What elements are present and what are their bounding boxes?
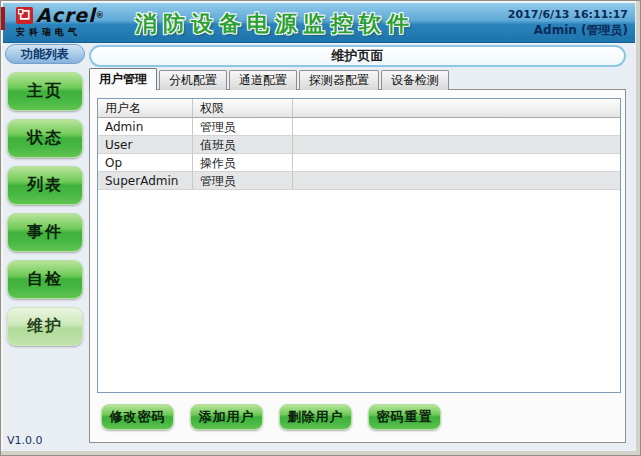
tab-user-management[interactable]: 用户管理 — [89, 68, 157, 90]
cell-role: 值班员 — [193, 136, 293, 153]
tab-channel-config[interactable]: 通道配置 — [229, 70, 297, 90]
registered-mark: ® — [96, 11, 105, 20]
header-info: 2017/6/13 16:11:17 Admin (管理员) — [508, 7, 628, 38]
brand-subtitle: 安科瑞电气 — [16, 26, 105, 39]
reset-password-button[interactable]: 密码重置 — [368, 404, 441, 430]
cell-role: 操作员 — [193, 154, 293, 171]
column-header-empty — [293, 99, 620, 117]
sidebar: 功能列表 主页 状态 列表 事件 自检 维护 V1.0.0 — [3, 43, 87, 450]
sidebar-item-selfcheck[interactable]: 自检 — [7, 260, 83, 299]
sidebar-item-status[interactable]: 状态 — [7, 119, 83, 158]
tab-extension-config[interactable]: 分机配置 — [159, 70, 227, 90]
tab-device-check[interactable]: 设备检测 — [381, 70, 449, 90]
delete-user-button[interactable]: 删除用户 — [279, 404, 352, 430]
app-title: 消防设备电源监控软件 — [135, 9, 415, 39]
cell-username: Op — [98, 154, 193, 171]
tab-bar: 用户管理 分机配置 通道配置 探测器配置 设备检测 — [89, 68, 451, 90]
cell-empty — [293, 172, 620, 189]
cell-username: SuperAdmin — [98, 172, 193, 189]
tab-detector-config[interactable]: 探测器配置 — [299, 70, 379, 90]
cell-username: Admin — [98, 118, 193, 135]
table-row[interactable]: Admin 管理员 — [98, 118, 620, 136]
change-password-button[interactable]: 修改密码 — [101, 404, 174, 430]
acrel-logo: Acrel® 安科瑞电气 — [16, 7, 105, 39]
cell-empty — [293, 136, 620, 153]
acrel-logo-icon — [16, 7, 33, 24]
sidebar-item-home[interactable]: 主页 — [7, 72, 83, 111]
datetime-label: 2017/6/13 16:11:17 — [508, 7, 628, 22]
sidebar-header: 功能列表 — [5, 44, 85, 64]
app-window: Acrel® 安科瑞电气 消防设备电源监控软件 2017/6/13 16:11:… — [0, 0, 641, 456]
add-user-button[interactable]: 添加用户 — [190, 404, 263, 430]
cell-empty — [293, 154, 620, 171]
cell-username: User — [98, 136, 193, 153]
main-area: 维护页面 用户管理 分机配置 通道配置 探测器配置 设备检测 用户名 权限 Ad… — [87, 43, 628, 448]
sidebar-item-events[interactable]: 事件 — [7, 213, 83, 252]
app-header: Acrel® 安科瑞电气 消防设备电源监控软件 2017/6/13 16:11:… — [3, 3, 635, 43]
user-table: 用户名 权限 Admin 管理员 User 值班员 Op 操作员 — [97, 98, 621, 393]
sidebar-item-maintenance[interactable]: 维护 — [7, 307, 83, 346]
header-accent-stripe — [1, 7, 5, 30]
cell-role: 管理员 — [193, 118, 293, 135]
column-header-role[interactable]: 权限 — [193, 99, 293, 117]
sidebar-item-list[interactable]: 列表 — [7, 166, 83, 205]
cell-empty — [293, 118, 620, 135]
cell-role: 管理员 — [193, 172, 293, 189]
version-label: V1.0.0 — [7, 434, 43, 447]
brand-name: Acrel® — [36, 7, 105, 24]
table-header-row: 用户名 权限 — [98, 99, 620, 118]
table-row[interactable]: User 值班员 — [98, 136, 620, 154]
action-button-row: 修改密码 添加用户 删除用户 密码重置 — [101, 404, 441, 430]
current-user-label: Admin (管理员) — [508, 22, 628, 38]
page-title: 维护页面 — [89, 45, 626, 67]
table-row[interactable]: Op 操作员 — [98, 154, 620, 172]
column-header-username[interactable]: 用户名 — [98, 99, 193, 117]
tab-page-user-management: 用户名 权限 Admin 管理员 User 值班员 Op 操作员 — [89, 89, 626, 443]
table-row[interactable]: SuperAdmin 管理员 — [98, 172, 620, 190]
